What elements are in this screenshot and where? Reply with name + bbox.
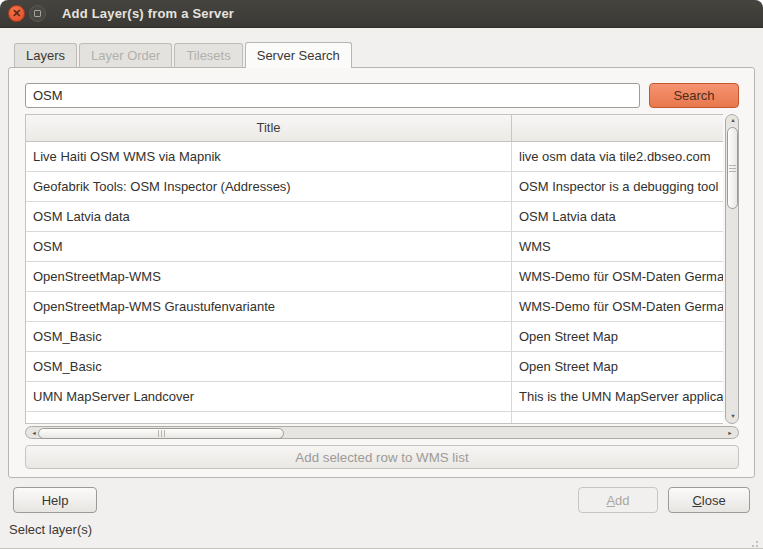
cell-description[interactable]: WMS-Demo für OSM-Daten Germany (512, 292, 723, 322)
cell-title[interactable]: OSM_Basic (26, 352, 512, 382)
cell-description[interactable]: live osm data via tile2.dbseo.com (512, 142, 723, 172)
vertical-scrollbar-thumb[interactable] (727, 127, 738, 209)
maximize-icon (34, 10, 41, 17)
vertical-scrollbar[interactable]: ▲ ▼ (725, 114, 739, 424)
cell-title[interactable]: OSM_Basic (26, 322, 512, 352)
column-header-title[interactable]: Title (26, 115, 512, 141)
table-row-empty (26, 412, 723, 424)
close-icon: ✕ (12, 8, 21, 19)
cell-title[interactable]: OSM (26, 232, 512, 262)
tab-layer-order: Layer Order (79, 43, 172, 67)
help-button[interactable]: Help (13, 487, 97, 513)
add-button-label: dd (615, 493, 629, 508)
table-row[interactable]: OSM_BasicOpen Street Map (26, 352, 723, 382)
cell-title[interactable]: UMN MapServer Landcover (26, 382, 512, 412)
thumb-grip-icon (161, 430, 162, 437)
column-header-description[interactable] (512, 115, 723, 141)
table-row[interactable]: Live Haiti OSM WMS via Mapniklive osm da… (26, 142, 723, 172)
table-row[interactable]: OpenStreetMap-WMS GraustufenvarianteWMS-… (26, 292, 723, 322)
horizontal-scrollbar-thumb[interactable] (38, 428, 284, 439)
cell-description[interactable]: OSM Inspector is a debugging tool (512, 172, 723, 202)
cell-title[interactable] (26, 412, 512, 424)
table-row[interactable]: Geofabrik Tools: OSM Inspector (Addresse… (26, 172, 723, 202)
scroll-right-icon[interactable]: ► (727, 431, 733, 437)
cell-title[interactable]: Live Haiti OSM WMS via Mapnik (26, 142, 512, 172)
table-body: Live Haiti OSM WMS via Mapniklive osm da… (26, 142, 723, 424)
search-row: Search (25, 83, 739, 108)
close-button[interactable]: Close (668, 487, 750, 513)
table-row[interactable]: OpenStreetMap-WMSWMS-Demo für OSM-Daten … (26, 262, 723, 292)
cell-description[interactable]: Open Street Map (512, 322, 723, 352)
cell-description[interactable]: Open Street Map (512, 352, 723, 382)
scroll-up-icon[interactable]: ▲ (730, 118, 736, 124)
horizontal-scrollbar[interactable]: ◄ ► (25, 426, 739, 439)
table-main: Title Live Haiti OSM WMS via Mapniklive … (25, 114, 723, 424)
scroll-down-icon[interactable]: ▼ (730, 414, 736, 420)
search-button[interactable]: Search (649, 83, 739, 108)
cell-title[interactable]: OpenStreetMap-WMS Graustufenvariante (26, 292, 512, 322)
tab-tilesets: Tilesets (174, 43, 242, 67)
resize-grip[interactable] (756, 541, 758, 543)
cell-title[interactable]: Geofabrik Tools: OSM Inspector (Addresse… (26, 172, 512, 202)
maximize-window-button[interactable] (29, 5, 46, 22)
window-title: Add Layer(s) from a Server (62, 6, 234, 21)
dialog-button-box: Help Add Close (0, 478, 763, 513)
table-header: Title (26, 115, 723, 142)
dialog-add-layers-from-server: ✕ Add Layer(s) from a Server Layers Laye… (0, 0, 763, 549)
close-window-button[interactable]: ✕ (8, 5, 25, 22)
add-button[interactable]: Add (578, 487, 658, 513)
cell-description[interactable] (512, 412, 723, 424)
cell-description[interactable]: This is the UMN MapServer application (512, 382, 723, 412)
table-row[interactable]: OSM Latvia dataOSM Latvia data (26, 202, 723, 232)
search-results-table: Title Live Haiti OSM WMS via Mapniklive … (25, 114, 739, 439)
table-row[interactable]: UMN MapServer LandcoverThis is the UMN M… (26, 382, 723, 412)
titlebar: ✕ Add Layer(s) from a Server (0, 0, 763, 28)
cell-title[interactable]: OSM Latvia data (26, 202, 512, 232)
tab-bar: Layers Layer Order Tilesets Server Searc… (14, 41, 763, 67)
thumb-grip-icon (729, 168, 736, 169)
server-search-panel: Search Title Live Haiti OSM WMS via Mapn… (8, 67, 755, 478)
tab-layers[interactable]: Layers (14, 43, 77, 67)
table-row[interactable]: OSMWMS (26, 232, 723, 262)
cell-description[interactable]: WMS-Demo für OSM-Daten Germany (512, 262, 723, 292)
add-button-mnemonic: A (606, 493, 615, 508)
close-button-label: lose (702, 493, 726, 508)
add-selected-row-button[interactable]: Add selected row to WMS list (25, 445, 739, 469)
table-row[interactable]: OSM_BasicOpen Street Map (26, 322, 723, 352)
tab-server-search[interactable]: Server Search (245, 42, 352, 68)
cell-description[interactable]: OSM Latvia data (512, 202, 723, 232)
cell-description[interactable]: WMS (512, 232, 723, 262)
cell-title[interactable]: OpenStreetMap-WMS (26, 262, 512, 292)
status-text: Select layer(s) (0, 513, 763, 537)
scroll-left-icon[interactable]: ◄ (31, 431, 37, 437)
search-input[interactable] (25, 83, 640, 108)
close-button-mnemonic: C (692, 493, 701, 508)
